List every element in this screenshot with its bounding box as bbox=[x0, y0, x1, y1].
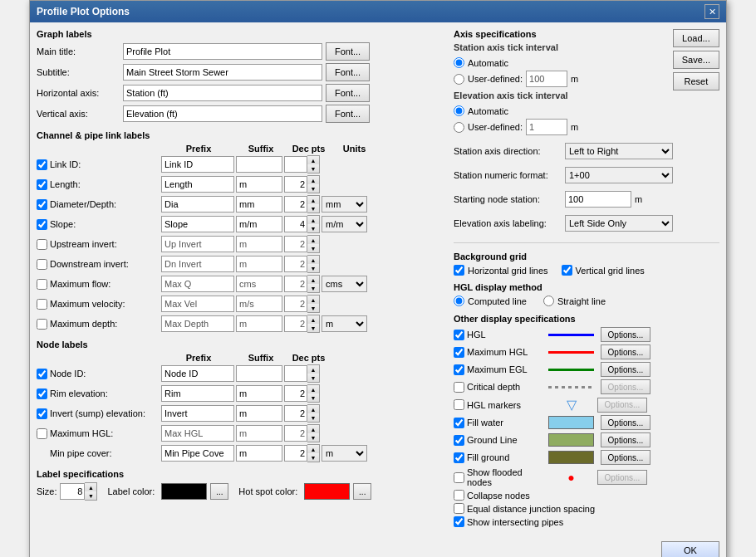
load-btn[interactable]: Load... bbox=[673, 29, 719, 47]
channel-prefix-1[interactable] bbox=[161, 176, 234, 193]
station-automatic-radio[interactable] bbox=[454, 57, 464, 68]
channel-suffix-2[interactable] bbox=[236, 196, 282, 213]
straight-radio[interactable] bbox=[543, 296, 554, 306]
vert-grid-check[interactable] bbox=[562, 265, 572, 276]
min-pipe-cover-prefix[interactable] bbox=[161, 445, 234, 462]
other-options-8[interactable]: Options... bbox=[597, 470, 647, 485]
other-options-6[interactable]: Options... bbox=[601, 432, 650, 447]
other-options-5[interactable]: Options... bbox=[601, 415, 650, 430]
node-suffix-0[interactable] bbox=[236, 365, 282, 382]
main-title-input[interactable] bbox=[123, 43, 322, 60]
other-options-7[interactable]: Options... bbox=[601, 450, 650, 465]
channel-units-6[interactable]: cms bbox=[322, 276, 367, 292]
vert-axis-font-btn[interactable]: Font... bbox=[326, 105, 370, 123]
channel-check-4[interactable] bbox=[37, 239, 47, 250]
channel-prefix-3[interactable] bbox=[161, 216, 234, 232]
channel-units-2[interactable]: mmm bbox=[322, 196, 367, 213]
node-prefix-0[interactable] bbox=[161, 365, 234, 382]
main-title-font-btn[interactable]: Font... bbox=[326, 42, 370, 61]
elev-automatic-radio[interactable] bbox=[454, 105, 464, 116]
other-check-10[interactable] bbox=[454, 503, 464, 514]
elev-userdefined-radio[interactable] bbox=[454, 122, 464, 133]
other-check-11[interactable] bbox=[454, 516, 464, 527]
other-check-1[interactable] bbox=[454, 347, 464, 358]
channel-suffix-1[interactable] bbox=[236, 176, 282, 193]
horiz-axis-font-btn[interactable]: Font... bbox=[326, 84, 370, 102]
channel-check-7[interactable] bbox=[37, 299, 47, 310]
channel-check-8[interactable] bbox=[37, 319, 47, 330]
channel-check-5[interactable] bbox=[37, 259, 47, 270]
channel-check-2[interactable] bbox=[37, 199, 47, 210]
hot-spot-swatch[interactable] bbox=[304, 483, 350, 500]
size-input[interactable] bbox=[60, 483, 85, 500]
other-options-3[interactable]: Options... bbox=[601, 379, 650, 394]
channel-prefix-7[interactable] bbox=[161, 296, 234, 312]
elev-userdefined-input[interactable] bbox=[526, 119, 567, 135]
station-userdefined-radio[interactable] bbox=[454, 74, 464, 85]
reset-btn[interactable]: Reset bbox=[673, 72, 719, 90]
channel-check-1[interactable] bbox=[37, 179, 47, 190]
node-check-3[interactable] bbox=[37, 428, 47, 439]
horiz-axis-input[interactable] bbox=[123, 85, 322, 101]
station-numeric-select[interactable]: 1+00 Decimal bbox=[565, 167, 673, 183]
starting-node-input[interactable] bbox=[565, 191, 631, 208]
other-check-8[interactable] bbox=[454, 472, 464, 483]
subtitle-font-btn[interactable]: Font... bbox=[326, 63, 370, 81]
close-button[interactable]: ✕ bbox=[704, 4, 719, 19]
other-check-7[interactable] bbox=[454, 452, 464, 463]
channel-suffix-0[interactable] bbox=[236, 156, 282, 173]
vert-axis-input[interactable] bbox=[123, 105, 322, 122]
channel-prefix-8[interactable] bbox=[161, 315, 234, 332]
other-options-2[interactable]: Options... bbox=[601, 362, 650, 377]
other-check-2[interactable] bbox=[454, 364, 464, 375]
node-prefix-1[interactable] bbox=[161, 385, 234, 402]
channel-prefix-2[interactable] bbox=[161, 196, 234, 213]
channel-suffix-4[interactable] bbox=[236, 236, 282, 252]
other-check-9[interactable] bbox=[454, 490, 464, 501]
label-color-btn[interactable]: ... bbox=[210, 483, 228, 500]
channel-check-0[interactable] bbox=[37, 159, 47, 170]
channel-prefix-5[interactable] bbox=[161, 256, 234, 272]
channel-units-8[interactable]: m bbox=[322, 315, 367, 332]
other-check-5[interactable] bbox=[454, 418, 464, 428]
station-userdefined-input[interactable] bbox=[526, 71, 567, 87]
channel-suffix-8[interactable] bbox=[236, 315, 282, 332]
save-btn[interactable]: Save... bbox=[673, 51, 719, 69]
computed-radio[interactable] bbox=[454, 296, 464, 306]
node-prefix-2[interactable] bbox=[161, 405, 234, 422]
channel-suffix-7[interactable] bbox=[236, 296, 282, 312]
node-check-0[interactable] bbox=[37, 369, 47, 379]
elev-userdefined-label: User-defined: bbox=[468, 122, 523, 132]
node-check-2[interactable] bbox=[37, 408, 47, 419]
channel-prefix-0[interactable] bbox=[161, 156, 234, 173]
node-prefix-3[interactable] bbox=[161, 425, 234, 442]
channel-suffix-5[interactable] bbox=[236, 256, 282, 272]
channel-check-6[interactable] bbox=[37, 279, 47, 290]
other-options-4[interactable]: Options... bbox=[597, 398, 647, 413]
channel-units-3[interactable]: m/m bbox=[322, 216, 367, 232]
other-options-1[interactable]: Options... bbox=[601, 344, 650, 359]
subtitle-input[interactable] bbox=[123, 64, 322, 81]
node-suffix-2[interactable] bbox=[236, 405, 282, 422]
node-suffix-3[interactable] bbox=[236, 425, 282, 442]
elevation-labeling-select[interactable]: Left Side Only Both Sides bbox=[565, 215, 673, 232]
min-pipe-cover-units[interactable]: m bbox=[322, 445, 367, 462]
min-pipe-cover-suffix[interactable] bbox=[236, 445, 282, 462]
node-check-1[interactable] bbox=[37, 388, 47, 399]
label-color-swatch[interactable] bbox=[161, 483, 207, 500]
horiz-grid-check[interactable] bbox=[454, 265, 464, 276]
channel-check-3[interactable] bbox=[37, 219, 47, 230]
ok-btn[interactable]: OK bbox=[661, 541, 719, 557]
channel-suffix-3[interactable] bbox=[236, 216, 282, 232]
hot-spot-btn[interactable]: ... bbox=[353, 483, 371, 500]
station-axis-dir-select[interactable]: Left to Right Right to Left bbox=[565, 143, 673, 159]
channel-prefix-4[interactable] bbox=[161, 236, 234, 252]
other-options-0[interactable]: Options... bbox=[601, 327, 650, 342]
node-suffix-1[interactable] bbox=[236, 385, 282, 402]
other-check-0[interactable] bbox=[454, 330, 464, 340]
other-check-6[interactable] bbox=[454, 435, 464, 446]
other-check-3[interactable] bbox=[454, 382, 464, 393]
channel-prefix-6[interactable] bbox=[161, 276, 234, 292]
channel-suffix-6[interactable] bbox=[236, 276, 282, 292]
other-check-4[interactable] bbox=[454, 399, 464, 410]
